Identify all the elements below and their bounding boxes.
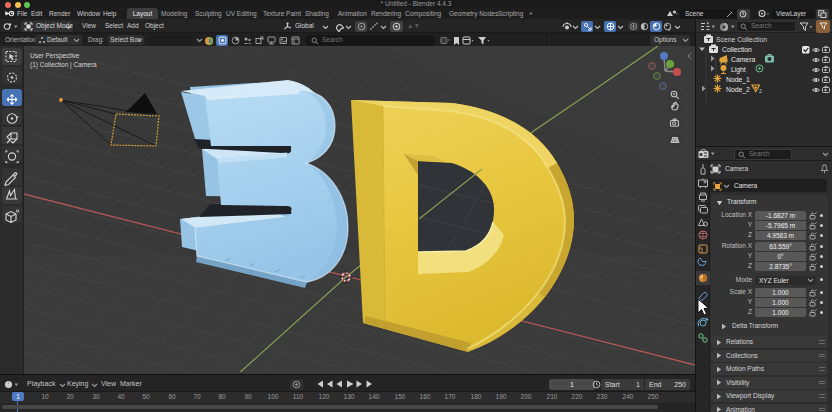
- svg-text:Scene Collection: Scene Collection: [716, 36, 767, 43]
- svg-text:Collection: Collection: [722, 46, 752, 53]
- svg-text:Camera: Camera: [731, 56, 755, 63]
- svg-text:Light: Light: [731, 66, 746, 74]
- svg-text:2: 2: [759, 88, 762, 94]
- svg-text:Node_2: Node_2: [726, 86, 750, 94]
- svg-text:Node_1: Node_1: [726, 76, 750, 84]
